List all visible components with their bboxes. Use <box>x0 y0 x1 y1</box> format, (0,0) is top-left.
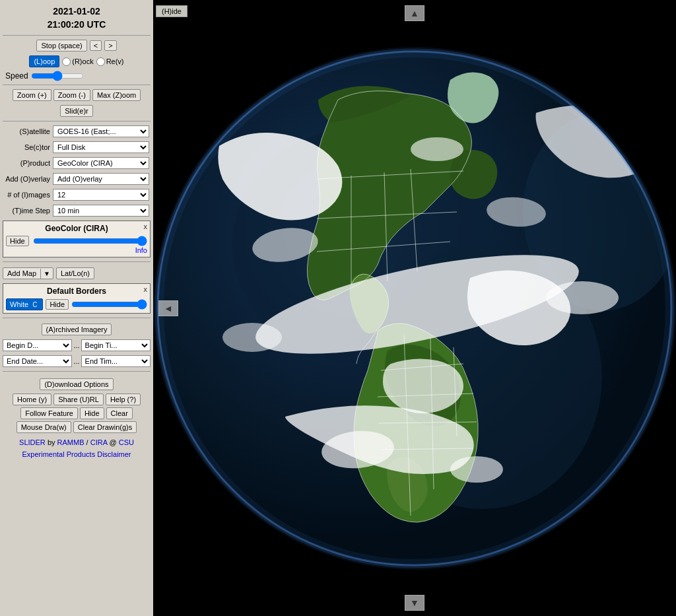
begin-date-sep: ... <box>73 341 79 349</box>
rock-radio[interactable] <box>62 57 71 66</box>
satellite-select[interactable]: GOES-16 (East;... GOES-17 (West;... <box>53 125 149 137</box>
next-button[interactable]: > <box>104 40 116 51</box>
map-controls-row: Add Map ▼ Lat/Lo(n) <box>3 267 151 279</box>
borders-color-button[interactable]: White C <box>6 298 43 310</box>
loop-button[interactable]: (L)oop <box>29 55 59 67</box>
bottom-controls: (D)ownload Options Home (y) Share (U)RL … <box>3 377 151 433</box>
nav-up-arrow[interactable]: ▲ <box>405 5 424 21</box>
images-label: # of (I)mages <box>4 191 50 199</box>
share-button[interactable]: Share (U)RL <box>53 394 104 405</box>
archive-row: (A)rchived Imagery <box>3 324 151 335</box>
mouse-draw-row: Mouse Dra(w) Clear Drawin(g)s <box>3 421 151 433</box>
footer: SLIDER by RAMMB / CIRA @ CSU Experimenta… <box>3 437 151 460</box>
nav-left-arrow[interactable]: ◄ <box>158 300 178 316</box>
zoom-row: Zoom (+) Zoom (-) Max (Z)oom <box>3 89 151 101</box>
zoom-plus-button[interactable]: Zoom (+) <box>13 89 51 101</box>
speed-row: Speed <box>3 70 151 82</box>
add-map-label: Add Map <box>3 268 40 279</box>
follow-feature-button[interactable]: Follow Feature <box>20 407 78 419</box>
end-time-select[interactable]: End Tim... <box>81 355 151 367</box>
images-row: # of (I)mages 12 6 18 24 <box>3 189 151 201</box>
datetime-block: 2021-01-02 21:00:20 UTC <box>3 3 151 32</box>
latlonbutton[interactable]: Lat/Lo(n) <box>56 267 94 279</box>
geocolor-close[interactable]: x <box>144 222 148 230</box>
begin-date-select[interactable]: Begin D... <box>3 339 72 351</box>
end-date-sep: ... <box>73 357 79 365</box>
map-area: (H)ide ▲ ◄ <box>153 0 676 616</box>
stop-button[interactable]: Stop (space) <box>36 40 86 51</box>
download-button[interactable]: (D)ownload Options <box>40 378 113 390</box>
slider-button[interactable]: Slid(e)r <box>60 105 92 117</box>
borders-controls: White C Hide <box>6 298 147 310</box>
csu-link[interactable]: CSU <box>119 438 134 446</box>
home-button[interactable]: Home (y) <box>13 394 51 405</box>
product-label: (P)roduct <box>4 159 50 167</box>
overlay-label: Add (O)verlay <box>4 175 50 183</box>
svg-point-9 <box>411 137 463 161</box>
overlay-row: Add (O)verlay Add (O)verlay <box>3 173 151 185</box>
sector-select[interactable]: Full Disk CONUS <box>53 141 149 153</box>
borders-hide-button[interactable]: Hide <box>46 299 69 310</box>
geocolor-controls: Hide <box>6 236 147 246</box>
archive-button[interactable]: (A)rchived Imagery <box>42 324 112 335</box>
borders-color-indicator: C <box>30 301 39 308</box>
borders-close[interactable]: x <box>144 285 148 293</box>
globe-image <box>153 47 676 570</box>
add-map-button[interactable]: Add Map ▼ <box>3 267 53 279</box>
hide-feature-button[interactable]: Hide <box>80 407 104 419</box>
hide-panel-button[interactable]: (H)ide <box>156 5 187 17</box>
clear-button[interactable]: Clear <box>106 407 133 419</box>
speed-slider[interactable] <box>31 71 84 81</box>
download-row: (D)ownload Options <box>3 378 151 390</box>
loop-rock-row: (L)oop (R)ock Re(v) <box>3 55 151 67</box>
add-map-arrow: ▼ <box>40 269 53 279</box>
speed-label: Speed <box>5 71 28 81</box>
max-zoom-button[interactable]: Max (Z)oom <box>92 89 141 101</box>
borders-opacity-slider[interactable] <box>71 300 147 308</box>
rammb-link[interactable]: RAMMB <box>57 438 84 446</box>
rev-label[interactable]: Re(v) <box>96 57 124 66</box>
clear-drawings-button[interactable]: Clear Drawin(g)s <box>73 421 137 433</box>
geocolor-info-link[interactable]: Info <box>6 246 147 254</box>
sector-row: Se(c)tor Full Disk CONUS <box>3 141 151 153</box>
rock-label[interactable]: (R)ock <box>62 57 93 66</box>
mouse-draw-button[interactable]: Mouse Dra(w) <box>17 421 71 433</box>
date-display: 2021-01-02 <box>3 5 151 18</box>
cira-link[interactable]: CIRA <box>90 438 108 446</box>
borders-title: Default Borders <box>6 287 147 296</box>
geocolor-box: x GeoColor (CIRA) Hide Info <box>3 221 151 257</box>
geocolor-opacity-slider[interactable] <box>33 237 147 245</box>
home-share-help-row: Home (y) Share (U)RL Help (?) <box>3 394 151 405</box>
product-row: (P)roduct GeoColor (CIRA) Band 2 <box>3 157 151 169</box>
help-button[interactable]: Help (?) <box>106 394 141 405</box>
rev-radio[interactable] <box>96 57 105 66</box>
slider-row: Slid(e)r <box>3 105 151 117</box>
zoom-minus-button[interactable]: Zoom (-) <box>53 89 90 101</box>
borders-box: x Default Borders White C Hide <box>3 283 151 314</box>
geocolor-title: GeoColor (CIRA) <box>6 224 147 233</box>
begin-time-select[interactable]: Begin Ti... <box>81 339 151 351</box>
time-display: 21:00:20 UTC <box>3 18 151 32</box>
geocolor-hide-button[interactable]: Hide <box>6 236 29 246</box>
follow-hide-clear-row: Follow Feature Hide Clear <box>3 407 151 419</box>
product-select[interactable]: GeoColor (CIRA) Band 2 <box>53 157 149 169</box>
overlay-select[interactable]: Add (O)verlay <box>53 173 149 185</box>
nav-down-arrow[interactable]: ▼ <box>405 595 424 611</box>
satellite-row: (S)atellite GOES-16 (East;... GOES-17 (W… <box>3 125 151 137</box>
prev-button[interactable]: < <box>90 40 102 51</box>
end-date-row: End Date... ... End Tim... <box>3 355 151 367</box>
timestep-select[interactable]: 10 min 5 min 15 min <box>53 205 149 217</box>
end-date-select[interactable]: End Date... <box>3 355 72 367</box>
globe-svg <box>153 47 676 570</box>
svg-point-13 <box>546 281 619 314</box>
slider-link[interactable]: SLIDER <box>19 438 46 446</box>
svg-point-11 <box>450 456 503 483</box>
sector-label: Se(c)tor <box>4 143 50 151</box>
disclaimer-link[interactable]: Experimental Products Disclaimer <box>22 450 131 458</box>
sidebar: 2021-01-02 21:00:20 UTC Stop (space) < >… <box>0 0 153 616</box>
satellite-label: (S)atellite <box>4 127 50 135</box>
timestep-label: (T)ime Step <box>4 207 50 215</box>
timestep-row: (T)ime Step 10 min 5 min 15 min <box>3 205 151 217</box>
images-select[interactable]: 12 6 18 24 <box>53 189 149 201</box>
svg-point-12 <box>222 323 282 352</box>
